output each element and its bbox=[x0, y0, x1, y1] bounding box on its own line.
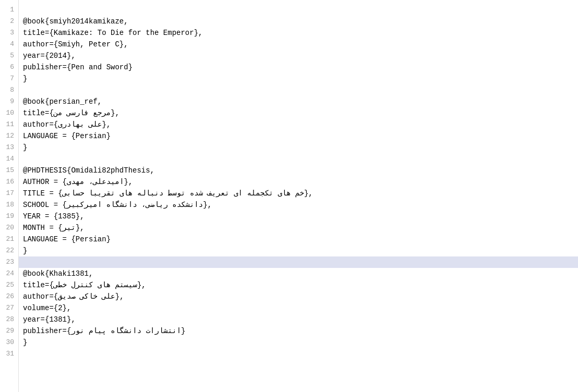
code-line: YEAR = {1385}, bbox=[19, 211, 578, 222]
line-number: 15 bbox=[0, 165, 18, 176]
line-number: 2 bbox=[0, 16, 18, 27]
line-number: 26 bbox=[0, 291, 18, 302]
line-number: 17 bbox=[0, 188, 18, 199]
code-line: author={علی بهادری}, bbox=[19, 119, 578, 130]
editor-container: 1234567891011121314151617181920212223242… bbox=[0, 0, 578, 392]
line-number: 23 bbox=[0, 256, 18, 268]
code-line bbox=[19, 348, 578, 360]
code-line: author={علی خاکی صدیق}, bbox=[19, 291, 578, 302]
line-number: 8 bbox=[0, 84, 18, 96]
code-line: title={مرجع فارسی من}, bbox=[19, 107, 578, 119]
line-number: 1 bbox=[0, 4, 18, 16]
code-line: year={1381}, bbox=[19, 314, 578, 325]
code-line: } bbox=[19, 142, 578, 153]
line-number: 29 bbox=[0, 325, 18, 337]
code-line: publisher={انتشارات دانشگاه پیام نور} bbox=[19, 325, 578, 337]
code-line: title={سیستم های کنترل خطی}, bbox=[19, 279, 578, 291]
line-number: 25 bbox=[0, 279, 18, 291]
code-line: @book{persian_ref, bbox=[19, 96, 578, 107]
code-line: TITLE = {خم های تکجمله ای تعریف شده توسط… bbox=[19, 188, 578, 199]
code-line: publisher={Pen and Sword} bbox=[19, 62, 578, 73]
line-number: 22 bbox=[0, 245, 18, 256]
line-number: 12 bbox=[0, 130, 18, 142]
line-number: 14 bbox=[0, 153, 18, 165]
code-line: author={Smiyh, Peter C}, bbox=[19, 39, 578, 50]
line-number: 16 bbox=[0, 176, 18, 188]
code-line: volume={2}, bbox=[19, 302, 578, 314]
code-line: @book{Khaki1381, bbox=[19, 268, 578, 279]
code-line: SCHOOL = {دانشکده ریاضی، دانشگاه امیرکبی… bbox=[19, 199, 578, 211]
line-number: 9 bbox=[0, 96, 18, 107]
line-number: 11 bbox=[0, 119, 18, 130]
code-line bbox=[19, 256, 578, 268]
code-line bbox=[19, 153, 578, 165]
code-line: title={Kamikaze: To Die for the Emperor}… bbox=[19, 27, 578, 39]
line-number: 3 bbox=[0, 27, 18, 39]
code-line: @PHDTHESIS{Omidali82phdThesis, bbox=[19, 165, 578, 176]
line-number: 27 bbox=[0, 302, 18, 314]
code-line: @book{smiyh2014kamikaze, bbox=[19, 16, 578, 27]
line-number: 6 bbox=[0, 62, 18, 73]
code-line: MONTH = {تیر}, bbox=[19, 222, 578, 234]
code-area[interactable]: @book{smiyh2014kamikaze, title={Kamikaze… bbox=[19, 0, 578, 392]
code-line: } bbox=[19, 337, 578, 348]
line-number: 18 bbox=[0, 199, 18, 211]
line-number: 13 bbox=[0, 142, 18, 153]
line-number: 10 bbox=[0, 107, 18, 119]
code-line: year={2014}, bbox=[19, 50, 578, 62]
line-numbers: 1234567891011121314151617181920212223242… bbox=[0, 0, 19, 392]
line-number: 30 bbox=[0, 337, 18, 348]
line-number: 7 bbox=[0, 73, 18, 84]
line-number: 31 bbox=[0, 348, 18, 360]
code-line: } bbox=[19, 245, 578, 256]
code-line: LANGUAGE = {Persian} bbox=[19, 234, 578, 245]
code-line: AUTHOR = {امیدعلی، مهدی}, bbox=[19, 176, 578, 188]
code-line bbox=[19, 4, 578, 16]
line-number: 28 bbox=[0, 314, 18, 325]
line-number: 20 bbox=[0, 222, 18, 234]
line-number: 4 bbox=[0, 39, 18, 50]
line-number: 21 bbox=[0, 234, 18, 245]
code-line: LANGUAGE = {Persian} bbox=[19, 130, 578, 142]
line-number: 24 bbox=[0, 268, 18, 279]
code-line bbox=[19, 84, 578, 96]
line-number: 19 bbox=[0, 211, 18, 222]
line-number: 5 bbox=[0, 50, 18, 62]
code-line: } bbox=[19, 73, 578, 84]
